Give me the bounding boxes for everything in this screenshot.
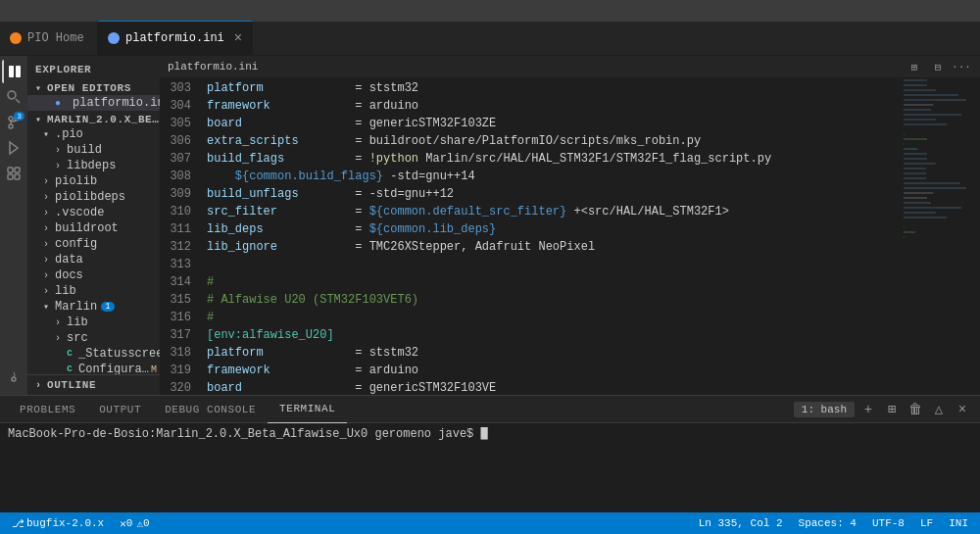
svg-point-2: [8, 91, 16, 99]
activity-git[interactable]: 3: [2, 111, 25, 134]
git-badge: 3: [14, 112, 24, 121]
config-adm-label: Configuration_ad...: [78, 363, 151, 374]
code-line[interactable]: board = genericSTM32F103ZE: [207, 115, 902, 132]
project-header[interactable]: ▾ MARLIN_2.0.X_BETA_ALFA...: [27, 113, 160, 126]
project-label: MARLIN_2.0.X_BETA_ALFA...: [47, 114, 160, 125]
sidebar-item-statusscreen[interactable]: C _Statusscreen.h: [27, 346, 160, 362]
tab-platformio-icon: [108, 32, 120, 44]
code-line[interactable]: extra_scripts = buildroot/share/Platform…: [207, 132, 902, 150]
sidebar-item-vscode[interactable]: › .vscode: [27, 205, 160, 220]
activity-search[interactable]: [2, 85, 25, 109]
status-bar: ⎇ bugfix-2.0.x ✕ 0 ⚠ 0 Ln 335, Col 2 Spa…: [0, 512, 980, 534]
sidebar-item-buildroot[interactable]: › buildroot: [27, 220, 160, 236]
code-line[interactable]: lib_ignore = TMC26XStepper, Adafruit Neo…: [207, 238, 902, 256]
code-line[interactable]: src_filter = ${common.default_src_filter…: [207, 203, 902, 220]
build-label: build: [67, 143, 102, 157]
sidebar-item-piolib[interactable]: › piolib: [27, 173, 160, 189]
line-num: 308: [160, 168, 191, 185]
split-terminal-button[interactable]: ⊞: [882, 400, 902, 419]
code-line[interactable]: platform = ststm32: [207, 344, 902, 362]
tab-platformio-label: platformio.ini: [125, 31, 224, 45]
sidebar-item-marlin-lib[interactable]: › lib: [27, 315, 160, 330]
terminal-content[interactable]: MacBook-Pro-de-Bosio:Marlin_2.0.X_Beta_A…: [0, 423, 980, 512]
sidebar-item-data[interactable]: › data: [27, 252, 160, 267]
code-line[interactable]: platform = ststm32: [207, 79, 902, 97]
marlin-label: Marlin: [55, 300, 97, 314]
trash-terminal-button[interactable]: 🗑: [906, 400, 925, 419]
close-panel-button[interactable]: ×: [953, 400, 972, 419]
language-indicator[interactable]: INI: [945, 512, 972, 534]
code-line[interactable]: board = genericSTM32F103VE: [207, 379, 902, 395]
tab-output[interactable]: OUTPUT: [87, 396, 153, 423]
svg-marker-8: [10, 142, 18, 154]
open-editors-header[interactable]: ▾ OPEN EDITORS: [27, 81, 160, 95]
panel-actions: 1: bash + ⊞ 🗑 △ ×: [794, 400, 972, 419]
activity-explorer[interactable]: [2, 60, 25, 83]
code-line[interactable]: framework = arduino: [207, 362, 902, 379]
more-actions-button[interactable]: ···: [951, 56, 972, 77]
code-line[interactable]: build_flags = !python Marlin/src/HAL/HAL…: [207, 150, 902, 168]
add-terminal-button[interactable]: +: [858, 400, 878, 419]
tab-close-icon[interactable]: ×: [234, 30, 242, 46]
code-area[interactable]: platform = ststm32framework = arduinoboa…: [199, 77, 902, 395]
sidebar-item-pio[interactable]: ▾ .pio: [27, 126, 160, 142]
code-line[interactable]: # Alfawise U20 (STM32F103VET6): [207, 291, 902, 309]
error-count: 0: [126, 517, 133, 529]
activity-settings[interactable]: [2, 367, 25, 391]
sidebar-item-config[interactable]: › config: [27, 236, 160, 252]
terminal-cursor: █: [480, 427, 487, 441]
code-line[interactable]: [env:alfawise_U20]: [207, 326, 902, 344]
branch-indicator[interactable]: ⎇ bugfix-2.0.x: [8, 512, 108, 534]
sidebar-item-configuration-adm[interactable]: C Configuration_ad... M: [27, 362, 160, 374]
code-line[interactable]: #: [207, 309, 902, 326]
line-ending-indicator[interactable]: LF: [916, 512, 937, 534]
sidebar-item-docs[interactable]: › docs: [27, 267, 160, 283]
libdeps-label: libdeps: [67, 159, 116, 172]
activity-extensions[interactable]: [2, 162, 25, 185]
sidebar-item-marlin-src[interactable]: › src: [27, 330, 160, 346]
project-section: ▾ MARLIN_2.0.X_BETA_ALFA... ▾ .pio › bui…: [27, 113, 160, 374]
c-icon: C: [63, 349, 76, 359]
code-line[interactable]: #: [207, 273, 902, 291]
sidebar-item-piolibdeps[interactable]: › piolibdeps: [27, 189, 160, 205]
code-line[interactable]: build_unflags = -std=gnu++12: [207, 185, 902, 203]
branch-name: bugfix-2.0.x: [26, 517, 104, 529]
line-num: 316: [160, 309, 191, 326]
open-editors-section: ▾ OPEN EDITORS ● platformio.ini M: [27, 79, 160, 113]
tab-pio-home[interactable]: PIO Home: [0, 21, 98, 55]
outline-section[interactable]: › OUTLINE: [27, 374, 160, 395]
maximize-panel-button[interactable]: △: [929, 400, 949, 419]
spaces-indicator[interactable]: Spaces: 4: [795, 512, 860, 534]
sidebar-item-lib[interactable]: › lib: [27, 283, 160, 299]
code-line[interactable]: [207, 256, 902, 273]
sidebar: Explorer ▾ OPEN EDITORS ● platformio.ini…: [27, 56, 160, 395]
tab-problems[interactable]: PROBLEMS: [8, 396, 87, 423]
code-line[interactable]: ${common.build_flags} -std=gnu++14: [207, 168, 902, 185]
code-line[interactable]: framework = arduino: [207, 97, 902, 115]
sidebar-item-libdeps[interactable]: › libdeps: [27, 158, 160, 173]
libdeps-arrow: ›: [55, 161, 67, 171]
tab-platformio-ini[interactable]: platformio.ini ×: [98, 21, 253, 55]
line-col-indicator[interactable]: Ln 335, Col 2: [695, 512, 787, 534]
breadcrumb: platformio.ini: [168, 61, 258, 73]
tab-debug-console[interactable]: DEBUG CONSOLE: [153, 396, 268, 423]
encoding-indicator[interactable]: UTF-8: [868, 512, 908, 534]
svg-rect-10: [15, 168, 20, 172]
sidebar-item-platformio-ini-open[interactable]: ● platformio.ini M: [27, 95, 160, 111]
line-num: 311: [160, 220, 191, 238]
line-num: 310: [160, 203, 191, 220]
sidebar-item-build[interactable]: › build: [27, 142, 160, 158]
status-left: ⎇ bugfix-2.0.x ✕ 0 ⚠ 0: [8, 512, 154, 534]
activity-debug[interactable]: [2, 136, 25, 160]
docs-arrow: ›: [43, 270, 55, 281]
errors-indicator[interactable]: ✕ 0 ⚠ 0: [116, 512, 153, 534]
code-line[interactable]: lib_deps = ${common.lib_deps}: [207, 220, 902, 238]
piolib-label: piolib: [55, 174, 97, 188]
sidebar-item-marlin[interactable]: ▾ Marlin 1: [27, 299, 160, 315]
config-label: config: [55, 237, 97, 251]
tab-terminal[interactable]: TERMINAL: [268, 396, 347, 423]
collapse-button[interactable]: ⊟: [927, 56, 949, 77]
line-numbers: 3033043053063073083093103113123133143153…: [160, 77, 199, 395]
split-editor-button[interactable]: ⊞: [904, 56, 925, 77]
file-icon-c: ●: [55, 98, 69, 109]
